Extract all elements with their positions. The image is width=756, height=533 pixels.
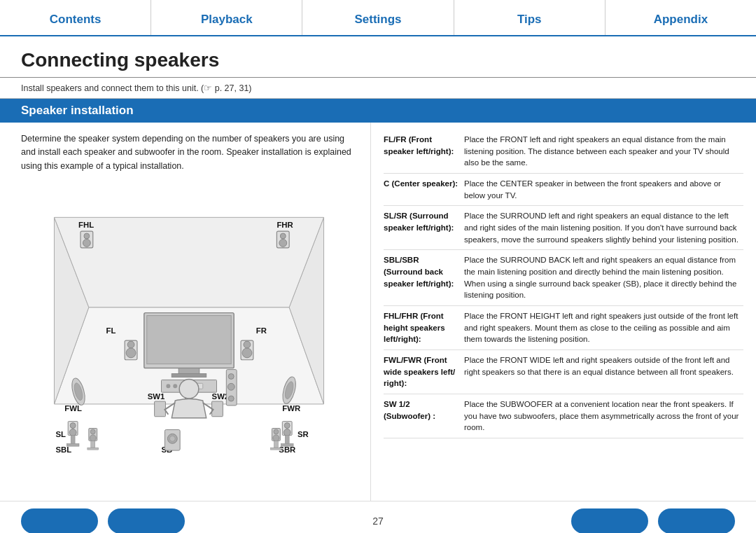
svg-text:SW1: SW1 <box>147 392 164 401</box>
install-instruction: Install speakers and connect them to thi… <box>0 78 756 99</box>
speaker-label: FWL/FWR (Front wide speakers left/ right… <box>384 350 464 394</box>
speaker-label: C (Center speaker): <box>384 174 464 206</box>
svg-text:FWL: FWL <box>64 404 82 413</box>
svg-text:FHR: FHR <box>276 221 293 229</box>
svg-rect-8 <box>172 374 206 378</box>
svg-point-19 <box>242 348 252 358</box>
speaker-desc: Place the FRONT left and right speakers … <box>464 130 743 174</box>
svg-point-28 <box>227 383 234 390</box>
speaker-descriptions-table: FL/FR (Front speaker left/right):Place t… <box>384 130 743 438</box>
nav-tips[interactable]: Tips <box>454 0 606 35</box>
svg-text:SL: SL <box>55 430 66 438</box>
svg-point-62 <box>272 435 279 441</box>
speaker-desc: Place the SURROUND BACK left and right s… <box>464 250 743 306</box>
svg-point-10 <box>166 384 170 388</box>
bottom-nav-right <box>571 508 735 533</box>
svg-point-45 <box>284 429 290 436</box>
bottom-navigation: 27 <box>0 501 756 533</box>
table-row: FHL/FHR (Front height speakers left/righ… <box>384 306 743 350</box>
svg-text:FWR: FWR <box>282 404 300 413</box>
bottom-btn-1[interactable] <box>21 508 98 533</box>
svg-text:FL: FL <box>106 326 115 335</box>
svg-rect-54 <box>87 448 98 450</box>
svg-rect-63 <box>274 441 278 448</box>
svg-point-58 <box>169 436 175 441</box>
bottom-nav-left <box>21 508 185 533</box>
table-row: FWL/FWR (Front wide speakers left/ right… <box>384 350 743 394</box>
intro-text: Determine the speaker system depending o… <box>21 132 356 173</box>
speaker-desc: Place the FRONT WIDE left and right spea… <box>464 350 743 394</box>
svg-point-71 <box>280 233 286 239</box>
section-header: Speaker installation <box>0 99 756 123</box>
table-row: SW 1/2 (Subwoofer) :Place the SUBWOOFER … <box>384 394 743 438</box>
speaker-label: SBL/SBR (Surround back speaker left/righ… <box>384 250 464 306</box>
page-title: Connecting speakers <box>0 36 756 78</box>
svg-rect-7 <box>178 368 200 374</box>
nav-contents[interactable]: Contents <box>0 0 151 35</box>
svg-point-68 <box>83 240 90 247</box>
table-row: FL/FR (Front speaker left/right):Place t… <box>384 130 743 174</box>
svg-point-39 <box>69 429 76 436</box>
right-column: FL/FR (Front speaker left/right):Place t… <box>371 123 756 501</box>
svg-text:SBL: SBL <box>55 445 71 454</box>
svg-point-51 <box>90 429 95 434</box>
svg-rect-46 <box>285 436 289 444</box>
bottom-btn-4[interactable] <box>658 508 735 533</box>
svg-point-11 <box>173 384 177 388</box>
speaker-diagram: FL FR SW1 C SW2 <box>24 183 354 456</box>
main-content: Determine the speaker system depending o… <box>0 123 756 501</box>
left-column: Determine the speaker system depending o… <box>0 123 371 501</box>
svg-rect-22 <box>154 401 165 417</box>
svg-point-52 <box>90 435 96 441</box>
svg-rect-25 <box>211 401 223 417</box>
speaker-label: FHL/FHR (Front height speakers left/righ… <box>384 306 464 350</box>
svg-text:SR: SR <box>298 430 309 438</box>
table-row: SL/SR (Surround speaker left/right):Plac… <box>384 206 743 250</box>
svg-point-18 <box>244 341 251 348</box>
svg-point-72 <box>279 240 286 247</box>
speaker-label: SW 1/2 (Subwoofer) : <box>384 394 464 438</box>
svg-rect-6 <box>146 316 230 364</box>
speaker-label: FL/FR (Front speaker left/right): <box>384 130 464 174</box>
top-navigation: Contents Playback Settings Tips Appendix <box>0 0 756 36</box>
svg-rect-64 <box>270 448 281 450</box>
bottom-btn-3[interactable] <box>571 508 648 533</box>
svg-point-67 <box>83 233 89 239</box>
svg-point-38 <box>70 423 76 429</box>
speaker-desc: Place the SUBWOOFER at a convenient loca… <box>464 394 743 438</box>
svg-rect-40 <box>71 436 75 444</box>
speaker-label: SL/SR (Surround speaker left/right): <box>384 206 464 250</box>
speaker-desc: Place the SURROUND left and right speake… <box>464 206 743 250</box>
nav-settings[interactable]: Settings <box>302 0 454 35</box>
svg-point-14 <box>127 341 134 348</box>
svg-point-27 <box>228 374 234 380</box>
svg-point-48 <box>179 380 199 399</box>
svg-point-61 <box>273 429 278 434</box>
page-number: 27 <box>372 515 384 527</box>
svg-rect-53 <box>90 441 94 448</box>
svg-point-29 <box>228 396 234 401</box>
speaker-desc: Place the CENTER speaker in between the … <box>464 174 743 206</box>
svg-text:FR: FR <box>255 326 266 335</box>
svg-point-44 <box>284 423 290 429</box>
table-row: C (Center speaker):Place the CENTER spea… <box>384 174 743 206</box>
nav-appendix[interactable]: Appendix <box>606 0 756 35</box>
svg-point-15 <box>126 348 136 358</box>
bottom-btn-2[interactable] <box>108 508 185 533</box>
speaker-desc: Place the FRONT HEIGHT left and right sp… <box>464 306 743 350</box>
nav-playback[interactable]: Playback <box>151 0 302 35</box>
svg-text:FHL: FHL <box>78 221 94 229</box>
table-row: SBL/SBR (Surround back speaker left/righ… <box>384 250 743 306</box>
